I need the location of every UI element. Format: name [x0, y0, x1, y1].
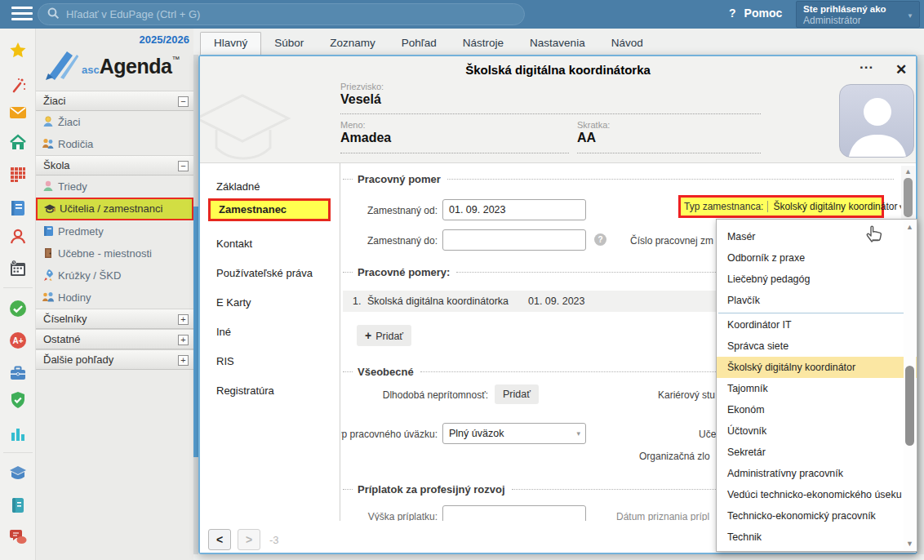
prev-record-button[interactable]: <: [208, 529, 231, 550]
dialog-nav-pouzivatelske-prava[interactable]: Používateľské práva: [200, 264, 340, 282]
skratka-value[interactable]: AA: [577, 131, 596, 145]
more-options-icon[interactable]: ...: [860, 56, 873, 73]
notebook-icon[interactable]: [8, 198, 28, 218]
scroll-up-icon[interactable]: ▲: [901, 167, 915, 176]
expand-toggle-icon[interactable]: +: [178, 314, 189, 325]
typ-zamestnanca-highlight[interactable]: Typ zamestnanca: Školský digitálny koord…: [678, 195, 884, 218]
add-nepritomnost-button[interactable]: Pridať: [495, 384, 539, 404]
typ-zamestnanca-dropdown: Masér Odborník z praxe Liečebný pedagóg …: [716, 219, 917, 552]
main-menubar: Hlavný Súbor Zoznamy Pohľad Nástroje Nas…: [193, 29, 924, 55]
graduation-cap-watermark-icon: [200, 78, 291, 163]
tab-nastroje[interactable]: Nástroje: [450, 33, 517, 55]
bar-chart-icon[interactable]: [8, 424, 28, 444]
person-outline-icon[interactable]: [8, 227, 28, 247]
dropdown-option[interactable]: Vedúci technicko-ekonomického úseku: [717, 484, 917, 505]
sidebar-item-ucitelia-zamestnanci[interactable]: Učitelia / zamestnanci: [36, 198, 193, 220]
help-button[interactable]: ? Pomoc: [729, 7, 782, 20]
dropdown-option[interactable]: Liečebný pedagóg: [717, 269, 917, 290]
sidebar-item-ucebne-miestnosti[interactable]: Učebne - miestnosti: [36, 242, 193, 264]
typ-zamestnanca-label: Typ zamestnanca:: [684, 201, 763, 212]
priezvisko-value[interactable]: Veselá: [340, 92, 381, 107]
grades-aplus-icon[interactable]: A+: [8, 331, 28, 350]
sidebar-section-ziaci[interactable]: Žiaci −: [36, 91, 193, 111]
logged-in-user-menu[interactable]: Ste prihlásený ako Administrátor ▼: [796, 1, 920, 28]
dropdown-option[interactable]: Odborník z praxe: [717, 247, 917, 269]
scroll-up-icon[interactable]: ▲: [904, 223, 916, 231]
scroll-down-icon[interactable]: ▼: [904, 540, 916, 548]
dropdown-option[interactable]: Tajomník: [717, 378, 917, 399]
search-input[interactable]: [38, 3, 525, 25]
scrollbar-thumb[interactable]: [905, 366, 914, 446]
dialog-nav-ris[interactable]: RIS: [200, 353, 340, 371]
tab-navod[interactable]: Návod: [598, 33, 656, 55]
typ-uvazku-combo[interactable]: Plný úväzok ▾: [442, 423, 586, 444]
dialog-nav-ine[interactable]: Iné: [200, 323, 340, 341]
sidebar-item-kruzky-skd[interactable]: Krúžky / ŠKD: [36, 264, 193, 287]
meno-label: Meno:: [340, 120, 366, 130]
magic-wand-icon[interactable]: [8, 76, 28, 96]
collapse-toggle-icon[interactable]: −: [178, 161, 189, 171]
chevron-down-icon: ▼: [907, 12, 913, 20]
dropdown-option[interactable]: Koordinátor IT: [717, 314, 917, 336]
dialog-nav-registratura[interactable]: Registratúra: [200, 382, 340, 400]
typ-uvazku-label: Typ pracovného úväzku:: [341, 429, 438, 440]
sidebar-section-skola[interactable]: Škola −: [36, 155, 193, 176]
expand-toggle-icon[interactable]: +: [178, 335, 189, 345]
dropdown-option[interactable]: Správca siete: [717, 336, 917, 357]
sidebar-item-triedy[interactable]: Triedy: [36, 176, 193, 198]
collapse-toggle-icon[interactable]: −: [178, 96, 189, 107]
tab-nastavenia[interactable]: Nastavenia: [517, 33, 598, 55]
dropdown-option[interactable]: Technicko-ekonomický pracovník: [717, 505, 917, 527]
dropdown-option[interactable]: Technik: [717, 527, 917, 548]
hamburger-menu-icon[interactable]: [11, 7, 33, 22]
library-book-icon[interactable]: [8, 464, 28, 483]
sidebar-item-hodiny[interactable]: Hodiny: [36, 287, 193, 309]
dropdown-option[interactable]: Účtovník: [717, 420, 917, 442]
tab-hlavny[interactable]: Hlavný: [200, 32, 261, 55]
dropdown-option[interactable]: Ekonóm: [717, 399, 917, 420]
tab-subor[interactable]: Súbor: [261, 33, 317, 55]
zamestnany-od-input[interactable]: [442, 199, 586, 220]
next-record-button[interactable]: >: [238, 529, 260, 550]
close-icon[interactable]: ✕: [895, 61, 907, 78]
dropdown-option[interactable]: Administratívny pracovník: [717, 463, 917, 484]
dropdown-option[interactable]: Masér: [717, 226, 917, 247]
sidebar-section-ciselniky[interactable]: Číselníky +: [36, 309, 193, 329]
sidebar-item-predmety[interactable]: Predmety: [36, 220, 193, 242]
tab-zoznamy[interactable]: Zoznamy: [317, 33, 389, 55]
home-icon[interactable]: [8, 133, 28, 153]
scrollbar-thumb[interactable]: [904, 178, 913, 217]
school-year[interactable]: 2025/2026: [140, 33, 189, 46]
sidebar-item-ziaci[interactable]: Žiaci: [36, 111, 193, 133]
dialog-nav-e-karty[interactable]: E Karty: [200, 294, 340, 312]
chat-bubbles-icon[interactable]: [8, 527, 28, 546]
favorites-star-icon[interactable]: [8, 41, 28, 60]
calendar-clock-icon[interactable]: [8, 259, 28, 278]
sidebar-section-ostatne[interactable]: Ostatné +: [36, 329, 193, 349]
avatar[interactable]: [839, 84, 914, 158]
check-circle-icon[interactable]: [8, 299, 28, 318]
tab-pohlad[interactable]: Pohľad: [389, 33, 450, 55]
vyska-priplatku-input[interactable]: [442, 505, 586, 521]
help-circle-icon[interactable]: ?: [594, 233, 606, 246]
typ-zamestnanca-combo[interactable]: Školský digitálny koordinátor: [767, 201, 897, 212]
expand-toggle-icon[interactable]: +: [178, 355, 189, 366]
dialog-nav-kontakt[interactable]: Kontakt: [200, 235, 340, 253]
partial-bottom-icon[interactable]: [8, 554, 28, 560]
dropdown-option-selected[interactable]: Školský digitálny koordinátor: [717, 357, 917, 378]
sidebar-section-dalsie-pohlady[interactable]: Ďalšie pohľady +: [36, 349, 193, 370]
dialog-nav-zamestnanec[interactable]: Zamestnanec: [208, 198, 331, 221]
dropdown-option[interactable]: Sekretár: [717, 442, 917, 463]
mail-icon[interactable]: [8, 103, 28, 122]
dialog-nav-zakladne[interactable]: Základné: [200, 178, 340, 196]
shield-check-icon[interactable]: [8, 390, 28, 410]
document-icon[interactable]: [8, 496, 28, 515]
dropdown-option[interactable]: Plavčík: [717, 290, 917, 311]
meno-value[interactable]: Amadea: [340, 131, 391, 145]
sidebar-item-rodicia[interactable]: Rodičia: [36, 133, 193, 155]
timetable-grid-icon[interactable]: [8, 164, 28, 184]
briefcase-icon[interactable]: [8, 363, 28, 383]
add-pracovny-pomer-button[interactable]: +Pridať: [357, 325, 411, 346]
zamestnany-do-input[interactable]: [442, 229, 586, 251]
dropdown-scrollbar[interactable]: ▲ ▼: [904, 220, 916, 550]
